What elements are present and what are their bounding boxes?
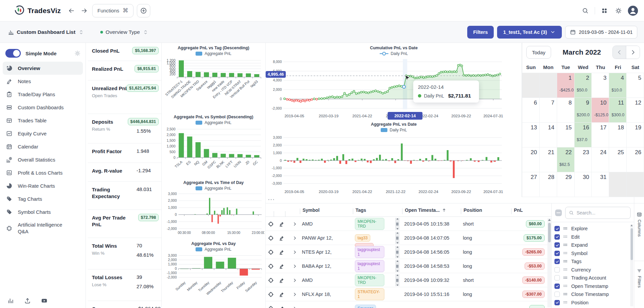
- symbol-cell[interactable]: NFLX Apr 18,: [302, 292, 355, 297]
- drag-handle-icon[interactable]: [564, 276, 568, 279]
- calendar-day-26[interactable]: 26: [627, 147, 644, 172]
- chart-legend[interactable]: Daily PnL: [266, 127, 522, 133]
- expand-chevron-icon[interactable]: [287, 222, 302, 227]
- checkbox[interactable]: [554, 251, 560, 256]
- tags-scrollbar[interactable]: [395, 260, 399, 272]
- column-toggle-expand[interactable]: Expand: [554, 241, 632, 249]
- explore-icon[interactable]: [266, 292, 276, 297]
- header-position[interactable]: Position: [463, 207, 513, 213]
- calendar-day-16[interactable]: 16$37.0: [575, 123, 592, 147]
- calendar-day-31[interactable]: 31: [592, 172, 609, 197]
- tag-chip[interactable]: tag33: [355, 234, 370, 242]
- search-icon[interactable]: [581, 6, 590, 15]
- explore-icon[interactable]: [266, 278, 276, 283]
- today-button[interactable]: Today: [526, 46, 551, 59]
- sidebar-item-overview[interactable]: Overview: [3, 62, 83, 75]
- drag-handle-icon[interactable]: [564, 244, 568, 246]
- header-tags[interactable]: Tags: [355, 207, 404, 213]
- simple-mode-toggle[interactable]: [5, 49, 21, 58]
- table-row[interactable]: Squeeze: [266, 301, 551, 308]
- calendar-day-18[interactable]: 18: [609, 123, 627, 147]
- calendar-day-25[interactable]: 25: [609, 147, 627, 172]
- expand-chevron-icon[interactable]: [287, 250, 302, 255]
- cumulative-pnl-plot[interactable]: -2,00002,0004,0006,0008,0002019-04-05202…: [266, 57, 521, 121]
- menu-icon[interactable]: [6, 9, 9, 12]
- checkbox[interactable]: [554, 275, 560, 281]
- calendar-day-1[interactable]: 1-$425.0: [557, 73, 575, 98]
- date-range-picker[interactable]: 2019-03-05 - 2024-11-01: [565, 26, 637, 39]
- tags-scrollbar[interactable]: [395, 232, 399, 244]
- activity-icon[interactable]: [7, 297, 14, 304]
- explore-icon[interactable]: [266, 263, 276, 269]
- symbol-cell[interactable]: BABA Apr 12,: [302, 263, 355, 269]
- checkbox[interactable]: [554, 242, 560, 248]
- expand-chevron-icon[interactable]: [287, 264, 302, 269]
- tag-chip[interactable]: STRATEGY-1: [355, 288, 384, 301]
- day_chart-plot[interactable]: -2,000-1,00001,0002,0003,000SundayMonday…: [162, 253, 264, 304]
- calendar-day-24[interactable]: 24: [592, 147, 609, 172]
- explore-icon[interactable]: [266, 221, 276, 227]
- table-row[interactable]: NTES Apr 12,taggrouptest12019-04-08 14:5…: [266, 245, 551, 259]
- column-toggle-trading-account[interactable]: Trading Account: [554, 274, 632, 282]
- sidebar-item-trades-table[interactable]: Trades Table: [3, 114, 83, 127]
- daily-pnl-plot[interactable]: -3,000-2,000-1,00001,0002,0003,0002019-0…: [266, 133, 521, 196]
- sidebar-item-overall-statistics[interactable]: Overall Statistics: [3, 153, 83, 166]
- sidebar-item-notes[interactable]: Notes: [3, 75, 83, 88]
- header-pnl[interactable]: PnL: [513, 207, 547, 213]
- drag-handle-icon[interactable]: [564, 293, 568, 296]
- youtube-icon[interactable]: [41, 297, 48, 304]
- chart-legend[interactable]: Aggregate PnL: [162, 119, 265, 126]
- table-row[interactable]: AMDMKOPEN-TRD2019-04-05 10:15:38short$60…: [266, 217, 551, 231]
- symbol-cell[interactable]: AMD: [302, 221, 355, 227]
- tag-chip[interactable]: MKOPEN-TRD: [355, 218, 384, 230]
- column-toggle-edit[interactable]: Edit: [554, 233, 632, 241]
- symbol_chart-plot[interactable]: 05001,0001,5002,0002,500TSLAESNQGMGSPCBL…: [162, 126, 264, 176]
- account-select-button[interactable]: 1_test1, Test Ac (3): [497, 26, 562, 39]
- drag-handle-icon[interactable]: [564, 260, 568, 263]
- tag-chip[interactable]: MKOPEN-TRD: [355, 274, 384, 287]
- table-row[interactable]: NFLX Apr 18,STRATEGY-12019-04-10 15:51:1…: [266, 287, 551, 301]
- calendar-day-28[interactable]: 28: [540, 172, 557, 197]
- apps-grid-icon[interactable]: [600, 6, 609, 15]
- column-toggle-open-timestamp[interactable]: Open Timestamp: [554, 282, 632, 291]
- checkbox[interactable]: [554, 292, 560, 297]
- sidebar-item-trade-day-plans[interactable]: Trade/Day Plans: [3, 88, 83, 101]
- calendar-day-13[interactable]: 13: [522, 123, 540, 147]
- header-symbol[interactable]: Symbol: [302, 207, 355, 213]
- calendar-day-29[interactable]: 29: [557, 172, 575, 197]
- chart-legend[interactable]: Aggregate PnL: [162, 246, 265, 253]
- side-tab-filters[interactable]: Filters: [634, 268, 644, 288]
- column-toggle-tags[interactable]: Tags: [554, 257, 632, 266]
- calendar-next-button[interactable]: [626, 46, 640, 59]
- chart-legend[interactable]: Daily PnL: [266, 50, 522, 57]
- calendar-day-20[interactable]: 20: [522, 147, 540, 172]
- tags-scrollbar[interactable]: [395, 218, 399, 230]
- functions-button[interactable]: Functions ⌘: [92, 4, 133, 17]
- calendar-day-19[interactable]: 19: [627, 123, 644, 147]
- expand-chevron-icon[interactable]: [287, 292, 302, 297]
- columns-scrollbar[interactable]: [630, 224, 633, 306]
- drag-handle-icon[interactable]: [564, 285, 568, 288]
- drag-handle-icon[interactable]: [564, 227, 568, 230]
- tags-scrollbar[interactable]: [395, 246, 399, 258]
- tag-chip[interactable]: taggrouptest1: [355, 260, 384, 272]
- edit-icon[interactable]: [276, 263, 287, 269]
- drag-handle-icon[interactable]: [564, 301, 568, 304]
- edit-icon[interactable]: [276, 221, 287, 227]
- sidebar-item-artificial-intelligence-q-a[interactable]: Artificial Intelligence Q&A: [3, 219, 83, 238]
- calendar-day-17[interactable]: 17: [592, 123, 609, 147]
- chart-legend[interactable]: Aggregate PnL: [162, 50, 265, 57]
- calendar-day-11[interactable]: 11$300.0: [609, 98, 627, 123]
- theme-sun-icon[interactable]: [614, 6, 623, 15]
- column-toggle-position[interactable]: Position: [554, 299, 632, 307]
- explore-icon[interactable]: [266, 249, 276, 255]
- calendar-day-15[interactable]: 15: [557, 123, 575, 147]
- collapse-columns-button[interactable]: [555, 209, 562, 216]
- chart-legend[interactable]: Aggregate PnL: [162, 185, 265, 192]
- sidebar-item-profit-loss-charts[interactable]: Profit & Loss Charts: [3, 166, 83, 179]
- calendar-day-3[interactable]: 3: [592, 73, 609, 98]
- sidebar-item-calendar[interactable]: Calendar: [3, 140, 83, 153]
- side-tab-columns[interactable]: Columns: [634, 212, 644, 237]
- calendar-day-4[interactable]: 4$10.0: [609, 73, 627, 98]
- upload-icon[interactable]: [24, 297, 31, 304]
